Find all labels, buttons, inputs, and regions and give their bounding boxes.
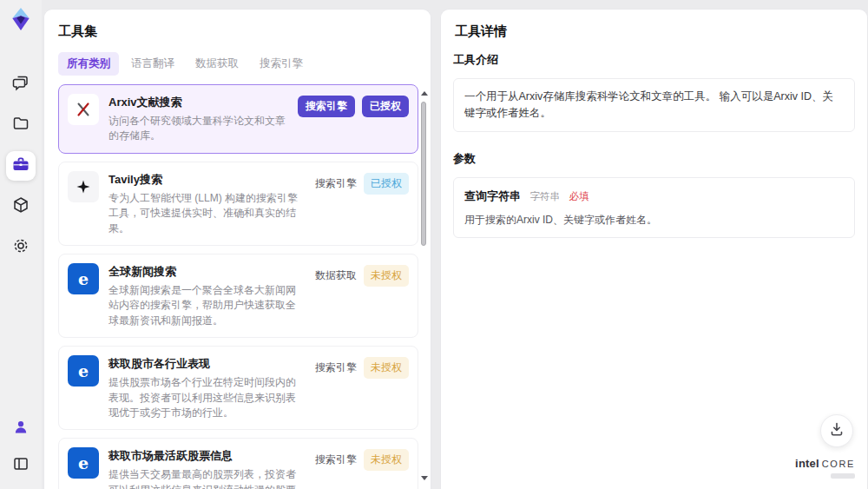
panel-toggle-icon — [12, 455, 30, 476]
param-header: 查询字符串 字符串 必填 — [464, 188, 844, 204]
tool-card-tavily[interactable]: Tavily搜索 专为人工智能代理 (LLM) 构建的搜索引擎工具，可快速提供实… — [58, 162, 418, 246]
core-wordmark: CORE — [822, 459, 855, 469]
toolbox-icon — [11, 155, 30, 177]
tool-title: Tavily搜索 — [108, 172, 306, 188]
intel-logo-sub-bar — [831, 473, 855, 479]
auth-badge: 未授权 — [364, 265, 409, 287]
tool-description: 专为人工智能代理 (LLM) 构建的搜索引擎工具，可快速提供实时、准确和真实的结… — [108, 191, 306, 236]
gear-icon — [12, 237, 30, 258]
tab-language-translation[interactable]: 语言翻译 — [122, 52, 183, 76]
tool-title: 全球新闻搜索 — [108, 264, 306, 280]
user-icon — [12, 419, 30, 439]
category-tabs: 所有类别 语言翻译 数据获取 搜索引擎 — [58, 52, 417, 76]
param-card: 查询字符串 字符串 必填 用于搜索的Arxiv ID、关键字或作者姓名。 — [453, 177, 855, 238]
sidebar-item-tools[interactable] — [6, 151, 36, 181]
intro-heading: 工具介绍 — [453, 52, 855, 68]
intel-wordmark: intel — [795, 457, 819, 470]
tab-search-engine[interactable]: 搜索引擎 — [251, 52, 312, 76]
scroll-up-arrow[interactable] — [421, 91, 428, 96]
download-icon — [828, 420, 845, 441]
tool-card-active-stocks[interactable]: e 获取市场最活跃股票信息 提供当天交易量最高的股票列表，投资者可以利用这些信息… — [58, 438, 418, 489]
news-logo-glyph: e — [78, 269, 89, 288]
category-badge: 搜索引擎 — [315, 173, 357, 195]
news-logo-icon: e — [68, 447, 99, 479]
news-logo-icon: e — [68, 263, 99, 294]
tool-list: Arxiv文献搜索 访问各个研究领域大量科学论文和文章的存储库。 搜索引擎 已授… — [58, 84, 418, 489]
arxiv-logo-icon — [68, 94, 99, 125]
param-description: 用于搜索的Arxiv ID、关键字或作者姓名。 — [464, 213, 844, 228]
sidebar-collapse[interactable] — [6, 451, 36, 480]
category-badge: 搜索引擎 — [315, 357, 357, 379]
sidebar-item-account[interactable] — [6, 414, 36, 444]
tool-description: 全球新闻搜索是一个聚合全球各大新闻网站内容的搜索引擎，帮助用户快速获取全球最新资… — [108, 283, 306, 328]
intel-core-logo: intelCORE — [795, 455, 855, 479]
tool-description: 提供当天交易量最高的股票列表，投资者可以利用这些信息来识别流动性强的股票和潜在的… — [108, 467, 306, 489]
param-name: 查询字符串 — [464, 189, 521, 202]
category-badge: 数据获取 — [315, 265, 357, 287]
sidebar-item-packages[interactable] — [6, 192, 36, 221]
intro-text: 一个用于从Arxiv存储库搜索科学论文和文章的工具。 输入可以是Arxiv ID… — [464, 89, 844, 122]
category-badge: 搜索引擎 — [315, 449, 357, 471]
sidebar-item-chat[interactable] — [6, 69, 36, 99]
chat-icon — [12, 74, 30, 95]
tool-title: Arxiv文献搜索 — [108, 95, 288, 110]
list-scrollbar[interactable] — [419, 91, 428, 480]
news-logo-icon: e — [68, 355, 99, 387]
tool-description: 提供股票市场各个行业在特定时间段内的表现。投资者可以利用这些信息来识别表现优于或… — [108, 375, 306, 420]
tab-all-categories[interactable]: 所有类别 — [58, 52, 119, 76]
sidebar-item-settings[interactable] — [6, 233, 36, 262]
tavily-sparkle-icon — [68, 171, 99, 202]
app-logo[interactable] — [10, 7, 32, 35]
scrollbar-thumb[interactable] — [421, 102, 426, 246]
auth-badge: 已授权 — [362, 96, 409, 117]
tool-details-panel: 工具详情 工具介绍 一个用于从Arxiv存储库搜索科学论文和文章的工具。 输入可… — [440, 9, 868, 489]
param-required-badge: 必填 — [569, 191, 589, 202]
left-rail — [0, 0, 42, 489]
tool-title: 获取市场最活跃股票信息 — [108, 448, 306, 464]
tool-list-panel: 工具集 所有类别 语言翻译 数据获取 搜索引擎 Arxiv文献搜索 访问各个研究… — [43, 9, 431, 489]
tool-card-global-news[interactable]: e 全球新闻搜索 全球新闻搜索是一个聚合全球各大新闻网站内容的搜索引擎，帮助用户… — [58, 254, 418, 338]
download-button[interactable] — [820, 414, 853, 447]
tool-card-arxiv[interactable]: Arxiv文献搜索 访问各个研究领域大量科学论文和文章的存储库。 搜索引擎 已授… — [58, 84, 418, 154]
params-heading: 参数 — [453, 151, 855, 167]
page-title: 工具集 — [58, 23, 417, 40]
auth-badge: 未授权 — [364, 357, 409, 379]
auth-badge: 已授权 — [364, 173, 409, 195]
intro-card: 一个用于从Arxiv存储库搜索科学论文和文章的工具。 输入可以是Arxiv ID… — [453, 78, 855, 132]
cube-icon — [12, 196, 30, 217]
tab-data-fetch[interactable]: 数据获取 — [187, 52, 247, 76]
category-badge: 搜索引擎 — [298, 96, 355, 117]
scroll-down-arrow[interactable] — [421, 476, 428, 480]
auth-badge: 未授权 — [364, 449, 409, 471]
tool-card-sector-performance[interactable]: e 获取股市各行业表现 提供股票市场各个行业在特定时间段内的表现。投资者可以利用… — [58, 346, 418, 430]
param-type: 字符串 — [529, 191, 560, 202]
details-title: 工具详情 — [455, 23, 853, 40]
news-logo-glyph: e — [78, 453, 89, 472]
tool-title: 获取股市各行业表现 — [108, 356, 306, 372]
sidebar-item-files[interactable] — [6, 110, 36, 140]
tool-description: 访问各个研究领域大量科学论文和文章的存储库。 — [108, 114, 288, 144]
news-logo-glyph: e — [78, 361, 89, 380]
folder-icon — [12, 115, 30, 135]
